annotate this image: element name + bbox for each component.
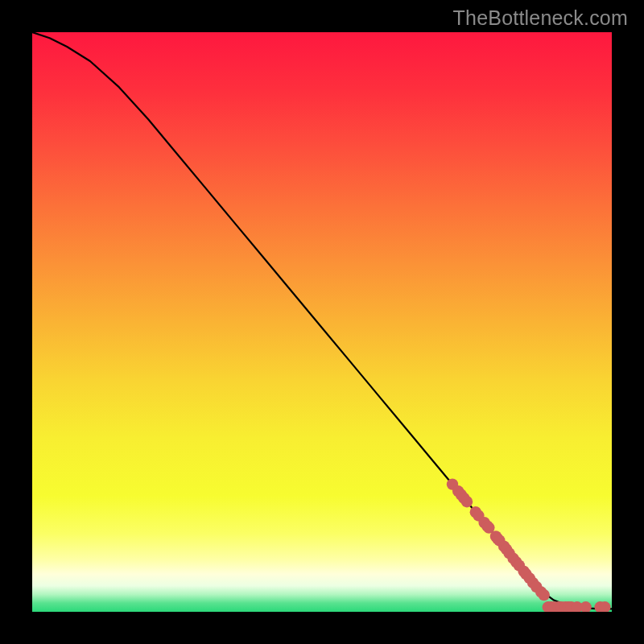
- gradient-bg: [32, 32, 612, 612]
- chart-frame: TheBottleneck.com: [0, 0, 644, 644]
- plot-area: [32, 32, 612, 612]
- watermark-label: TheBottleneck.com: [453, 6, 628, 30]
- chart-svg: [32, 32, 612, 612]
- data-marker: [461, 496, 473, 507]
- data-marker: [539, 589, 550, 601]
